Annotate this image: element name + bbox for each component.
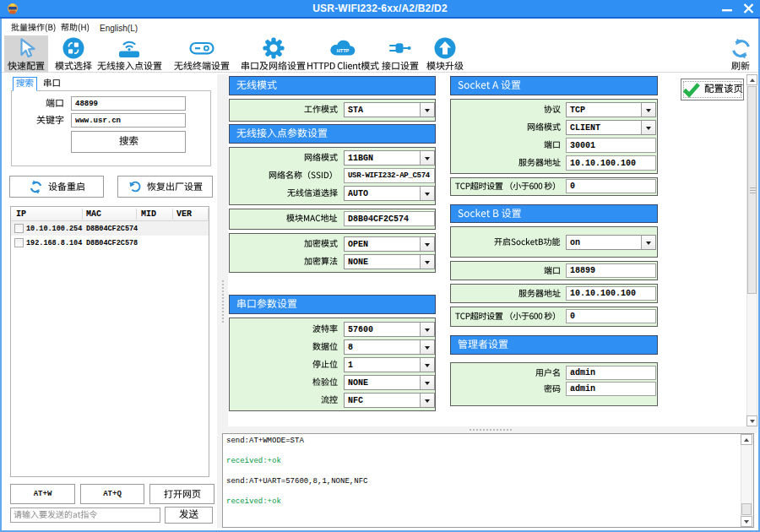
toolbar-mode-select[interactable] [53, 35, 93, 72]
ssid-input[interactable] [344, 168, 435, 183]
column-separator [208, 209, 209, 220]
column-header-ver[interactable]: VER [176, 207, 192, 221]
log-line: send:AT+UART=57600,8,1,NONE,NFC [226, 477, 367, 486]
factory-reset-button[interactable] [117, 176, 213, 198]
socket-b-enable-select[interactable]: on [566, 235, 656, 250]
dropdown-arrow-icon[interactable] [641, 103, 655, 117]
encrypt-algo-select[interactable]: NONE [344, 254, 435, 269]
parity-select[interactable]: NONE [344, 375, 435, 390]
splitter-grip-dot [473, 429, 475, 431]
down-triangle [750, 420, 755, 426]
dropdown-arrow-icon[interactable] [420, 151, 434, 165]
socket-a-port-input[interactable] [566, 138, 656, 153]
toolbar-ap-settings[interactable] [95, 35, 164, 72]
dropdown-arrow-icon[interactable] [420, 103, 434, 117]
log-line: received:+ok [226, 497, 281, 506]
column-header-ip[interactable]: IP [16, 207, 26, 221]
dropdown-arrow-icon[interactable] [420, 255, 434, 269]
at-q-button[interactable]: AT+Q [80, 484, 144, 504]
menu-english[interactable]: English(L) [100, 21, 138, 35]
dropdown-arrow-icon[interactable] [420, 187, 434, 200]
search-button-label [119, 136, 138, 148]
send-button[interactable] [165, 507, 213, 524]
toolbar-terminal-settings[interactable] [168, 35, 235, 72]
scrollbar-thumb[interactable] [747, 86, 757, 294]
dropdown-arrow-icon[interactable] [641, 121, 655, 134]
socket-b-port-input[interactable] [566, 263, 656, 278]
keyword-input[interactable] [71, 113, 186, 128]
toolbar-interface-settings[interactable] [380, 35, 420, 72]
section-header-socket-a [450, 76, 658, 95]
log-scroll-down-button[interactable] [741, 516, 752, 527]
encrypt-mode-select[interactable]: OPEN [344, 236, 435, 252]
device-row[interactable]: 192.168.8.104 D8B04CF2C578 [11, 236, 209, 250]
port-input[interactable] [71, 96, 186, 111]
password-input[interactable] [566, 382, 656, 396]
toolbar-quick-config[interactable] [4, 35, 48, 72]
dropdown-arrow-icon[interactable] [420, 323, 434, 336]
encrypt-mode-label [236, 236, 338, 252]
column-header-mac[interactable]: MAC [86, 207, 101, 221]
section-header-socket-b [450, 204, 658, 223]
device-row[interactable]: 10.10.100.254 D8B04CF2C574 [11, 221, 209, 236]
toolbar-module-upgrade[interactable] [426, 35, 464, 72]
splitter-grip-dot [507, 429, 508, 431]
channel-select[interactable]: AUTO [344, 186, 435, 201]
apply-page-button[interactable] [681, 79, 744, 100]
flow-control-select[interactable]: NFC [344, 393, 435, 408]
focus-border [683, 81, 741, 98]
data-bits-select[interactable]: 8 [344, 339, 435, 355]
device-checkbox[interactable] [14, 224, 24, 233]
toolbar-httpd-client-mode[interactable]: HTTP [306, 35, 380, 72]
minimize-button[interactable] [716, 0, 738, 17]
tab-serial[interactable] [37, 77, 67, 91]
open-webpage-button[interactable] [149, 484, 214, 504]
column-separator [136, 209, 137, 220]
dropdown-arrow-icon[interactable] [420, 376, 434, 389]
device-checkbox[interactable] [14, 238, 24, 247]
toolbar-refresh[interactable] [723, 35, 758, 72]
menu-batch-operation[interactable] [11, 21, 57, 35]
network-mode-label [236, 150, 338, 166]
close-icon [743, 0, 754, 17]
scroll-up-button[interactable] [746, 74, 757, 85]
toolbar-serial-network-settings[interactable] [239, 35, 307, 72]
log-scroll-up-button[interactable] [741, 434, 752, 445]
dropdown-arrow-icon[interactable] [641, 236, 655, 249]
stop-bits-select[interactable]: 1 [344, 357, 435, 372]
minimize-icon [722, 0, 732, 17]
search-button[interactable] [71, 131, 186, 153]
log-panel: send:AT+WMODE=STA received:+ok send:AT+U… [222, 433, 754, 528]
splitter-grip-dot [222, 318, 224, 319]
thumb-grip [750, 187, 756, 188]
horizontal-splitter[interactable] [228, 426, 757, 433]
menu-help[interactable] [61, 21, 90, 35]
dropdown-arrow-icon[interactable] [420, 237, 434, 251]
username-input[interactable] [566, 366, 656, 380]
module-mac-input[interactable] [344, 211, 435, 226]
socket-b-port-label [459, 263, 561, 278]
column-header-mid[interactable]: MID [141, 207, 156, 221]
dropdown-arrow-icon[interactable] [420, 340, 434, 354]
at-w-button[interactable]: AT+W [10, 484, 75, 504]
socket-a-server-input[interactable] [566, 155, 656, 171]
socket-a-net-mode-select[interactable]: CLIENT [566, 120, 656, 135]
socket-b-server-input[interactable] [566, 286, 656, 301]
log-scrollbar-thumb[interactable] [741, 503, 752, 515]
protocol-select[interactable]: TCP [566, 102, 656, 117]
at-command-input[interactable] [10, 508, 160, 523]
splitter-grip-dot [222, 304, 224, 306]
dropdown-arrow-icon[interactable] [420, 358, 434, 372]
baud-select[interactable]: 57600 [344, 322, 435, 337]
scroll-down-button[interactable] [746, 415, 757, 426]
socket-b-timeout-input[interactable] [566, 309, 656, 323]
network-mode-select[interactable]: 11BGN [344, 150, 435, 166]
tab-search[interactable] [13, 77, 37, 91]
wireless-terminal-icon [189, 36, 214, 60]
username-label [459, 366, 561, 380]
work-mode-select[interactable]: STA [344, 102, 435, 117]
close-button[interactable] [738, 0, 758, 17]
dropdown-arrow-icon[interactable] [420, 394, 434, 407]
device-restart-button[interactable] [9, 176, 104, 198]
socket-a-timeout-input[interactable] [566, 179, 656, 193]
